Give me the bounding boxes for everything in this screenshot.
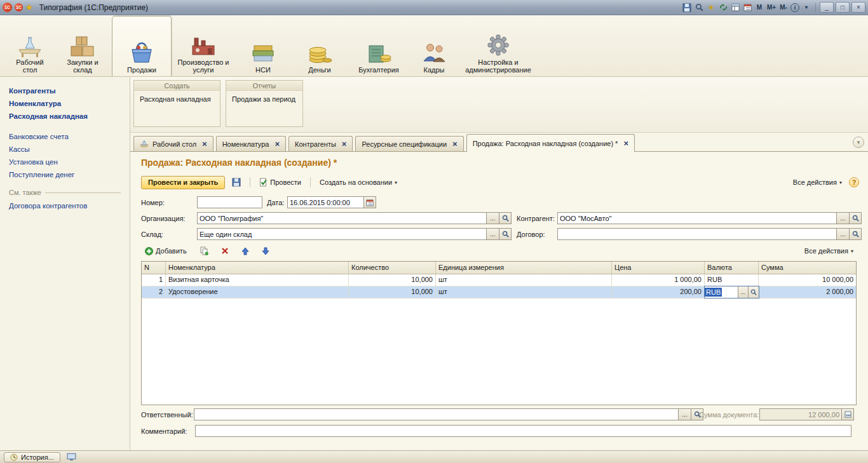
currency-select-button[interactable]: ...: [738, 286, 748, 298]
sidebar-item-expense-invoice[interactable]: Расходная накладная: [9, 112, 130, 120]
ribbon-section-money[interactable]: Деньги: [291, 18, 348, 76]
warehouse-input[interactable]: [197, 228, 487, 240]
ribbon-section-sales[interactable]: Продажи: [112, 16, 172, 76]
calculator-m-plus-button[interactable]: M+: [766, 2, 776, 13]
cell-nomenclature[interactable]: Визитная карточка: [166, 274, 349, 286]
number-input[interactable]: [197, 196, 262, 208]
display-icon[interactable]: [67, 453, 76, 461]
column-header-nomenclature[interactable]: Номенклатура: [166, 262, 349, 274]
currency-open-button[interactable]: [748, 286, 758, 298]
minimize-button[interactable]: _: [820, 2, 834, 13]
cell-unit[interactable]: шт: [436, 274, 612, 286]
cell-n[interactable]: 1: [142, 274, 166, 286]
cell-currency-editing[interactable]: RUB ...: [705, 286, 759, 298]
copy-row-button[interactable]: [196, 245, 212, 257]
links-icon[interactable]: [718, 2, 728, 13]
tab-list-button[interactable]: ▾: [853, 137, 864, 148]
column-header-n[interactable]: N: [142, 262, 166, 274]
organization-open-button[interactable]: [499, 212, 512, 224]
counterparty-select-button[interactable]: ...: [837, 212, 850, 224]
counterparty-input[interactable]: [557, 212, 837, 224]
cell-sum[interactable]: 10 000,00: [759, 274, 856, 286]
ribbon-section-hr[interactable]: Кадры: [409, 18, 459, 76]
sidebar-item-cash[interactable]: Кассы: [9, 145, 130, 153]
table-icon[interactable]: [730, 2, 740, 13]
responsible-input[interactable]: [194, 408, 679, 420]
tab-desktop[interactable]: Рабочий стол ×: [133, 136, 214, 151]
tab-close-icon[interactable]: ×: [623, 140, 628, 147]
contract-input[interactable]: [557, 228, 837, 240]
cell-n[interactable]: 2: [142, 286, 166, 298]
ribbon-section-settings[interactable]: Настройка и администрирование: [459, 18, 538, 76]
ribbon-section-purchases[interactable]: Закупки и склад: [53, 18, 112, 76]
tab-close-icon[interactable]: ×: [342, 140, 347, 148]
tab-nomenclature[interactable]: Номенклатура ×: [216, 136, 286, 151]
cell-quantity[interactable]: 10,000: [349, 286, 436, 298]
app-icon[interactable]: 1С: [15, 3, 23, 11]
favorites-star-icon[interactable]: ★: [25, 3, 33, 11]
column-header-currency[interactable]: Валюта: [705, 262, 759, 274]
contract-open-button[interactable]: [850, 228, 862, 240]
tab-close-icon[interactable]: ×: [275, 140, 280, 148]
table-row[interactable]: 1 Визитная карточка 10,000 шт 1 000,00 R…: [142, 274, 856, 286]
warehouse-open-button[interactable]: [499, 228, 512, 240]
close-button[interactable]: ×: [851, 2, 865, 13]
calendar-icon[interactable]: [742, 2, 752, 13]
ribbon-section-accounting[interactable]: Бухгалтерия: [348, 18, 409, 76]
counterparty-open-button[interactable]: [850, 212, 862, 224]
cell-nomenclature[interactable]: Удостоверение: [166, 286, 349, 298]
tab-counterparties[interactable]: Контрагенты ×: [288, 136, 353, 151]
table-all-actions-button[interactable]: Все действия ▾: [801, 245, 857, 257]
info-icon[interactable]: i: [790, 3, 799, 12]
column-header-unit[interactable]: Единица измерения: [436, 262, 612, 274]
cell-price[interactable]: 1 000,00: [612, 274, 705, 286]
date-input[interactable]: [287, 196, 364, 208]
sales-for-period-command[interactable]: Продажи за период: [226, 91, 302, 103]
all-actions-button[interactable]: Все действия ▾: [789, 176, 846, 189]
maximize-button[interactable]: □: [836, 2, 850, 13]
ribbon-section-desktop[interactable]: Рабочий стол: [6, 18, 53, 76]
move-up-button[interactable]: [238, 245, 253, 257]
cell-unit[interactable]: шт: [436, 286, 612, 298]
column-header-price[interactable]: Цена: [612, 262, 705, 274]
history-button[interactable]: История...: [4, 452, 60, 462]
sidebar-item-price-setting[interactable]: Установка цен: [9, 158, 130, 166]
add-favorite-icon[interactable]: ★: [706, 2, 716, 13]
find-icon[interactable]: [694, 2, 704, 13]
move-down-button[interactable]: [258, 245, 273, 257]
ribbon-section-production[interactable]: Производство и услуги: [172, 18, 235, 76]
create-based-on-button[interactable]: Создать на основании ▾: [316, 176, 401, 189]
post-button[interactable]: Провести: [255, 176, 305, 189]
add-row-button[interactable]: Добавить: [141, 245, 191, 257]
sidebar-item-money-receipt[interactable]: Поступление денег: [9, 171, 130, 178]
tab-close-icon[interactable]: ×: [452, 140, 458, 148]
calculator-m-minus-button[interactable]: M-: [778, 2, 789, 13]
cell-price[interactable]: 200,00: [612, 286, 705, 298]
titlebar-dropdown-icon[interactable]: ▾: [801, 2, 811, 13]
organization-select-button[interactable]: ...: [487, 212, 499, 224]
save-icon[interactable]: [682, 2, 692, 13]
warehouse-select-button[interactable]: ...: [487, 228, 499, 240]
date-calendar-button[interactable]: [364, 196, 376, 208]
post-and-close-button[interactable]: Провести и закрыть: [141, 176, 225, 189]
delete-row-button[interactable]: [217, 245, 233, 257]
tab-sale-expense-invoice[interactable]: Продажа: Расходная накладная (создание) …: [466, 134, 635, 152]
sidebar-item-counterparty-contracts[interactable]: Договора контрагентов: [9, 202, 130, 210]
comment-input[interactable]: [195, 425, 851, 437]
column-header-quantity[interactable]: Количество: [349, 262, 436, 274]
tab-close-icon[interactable]: ×: [202, 140, 207, 148]
save-document-button[interactable]: [228, 176, 245, 189]
table-row-selected[interactable]: 2 Удостоверение 10,000 шт 200,00 RUB ...: [142, 286, 856, 299]
organization-input[interactable]: [197, 212, 487, 224]
cell-sum[interactable]: 2 000,00: [759, 286, 856, 298]
ribbon-section-nsi[interactable]: НСИ: [235, 18, 291, 76]
cell-currency[interactable]: RUB: [705, 274, 759, 286]
sidebar-item-counterparties[interactable]: Контрагенты: [9, 87, 130, 95]
help-icon[interactable]: ?: [849, 177, 859, 187]
doc-sum-calc-button[interactable]: [842, 408, 854, 420]
contract-select-button[interactable]: ...: [837, 228, 850, 240]
create-expense-invoice-command[interactable]: Расходная накладная: [134, 91, 220, 103]
column-header-sum[interactable]: Сумма: [759, 262, 856, 274]
sidebar-item-nomenclature[interactable]: Номенклатура: [9, 100, 130, 107]
cell-quantity[interactable]: 10,000: [349, 274, 436, 286]
